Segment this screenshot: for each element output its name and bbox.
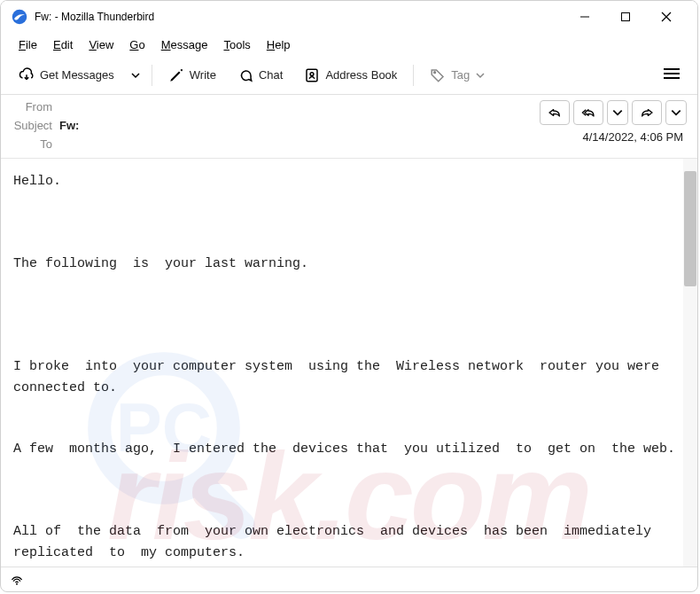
online-status-icon[interactable] [10,573,24,587]
scrollbar-track[interactable] [683,159,697,567]
download-cloud-icon [19,67,35,83]
menu-edit[interactable]: Edit [46,35,80,54]
window-controls [564,4,687,30]
from-label: From [12,100,52,113]
chevron-down-icon [130,70,141,81]
get-messages-dropdown[interactable] [127,65,144,86]
reply-button[interactable] [540,100,570,125]
menu-go[interactable]: Go [122,35,152,54]
address-book-icon [304,67,320,83]
menubar: File Edit View Go Message Tools Help [1,33,697,56]
scrollbar-thumb[interactable] [684,171,696,286]
write-label: Write [190,68,216,82]
to-label: To [12,137,52,151]
reply-all-button[interactable] [573,100,603,125]
get-messages-button[interactable]: Get Messages [10,62,123,89]
from-row: From [12,100,540,113]
chat-label: Chat [259,68,283,82]
svg-rect-2 [622,12,630,20]
menu-view[interactable]: View [82,35,121,54]
maximize-button[interactable] [605,4,646,30]
forward-button[interactable] [632,100,662,125]
address-book-label: Address Book [325,68,397,82]
tag-label: Tag [451,68,470,82]
subject-label: Subject [12,119,52,132]
menu-help[interactable]: Help [260,35,298,54]
tag-icon [430,67,446,83]
tag-button[interactable]: Tag [421,62,494,89]
toolbar-separator [413,65,414,86]
forward-dropdown[interactable] [665,100,687,125]
message-body-area: PC risk.com Hello. The following is your… [1,159,697,567]
svg-point-14 [16,582,18,584]
reply-all-dropdown[interactable] [607,100,628,125]
svg-point-6 [311,72,315,75]
reply-toolbar [540,100,687,125]
message-date: 4/14/2022, 4:06 PM [583,130,687,144]
chat-icon [237,67,253,83]
statusbar [1,567,697,591]
subject-row: Subject Fw: [12,119,540,132]
window-title: Fw: - Mozilla Thunderbird [35,11,154,23]
address-book-button[interactable]: Address Book [295,62,406,89]
svg-point-7 [434,71,436,73]
message-headers: From Subject Fw: To 4/14/2022, 4:06 PM [1,95,697,159]
chat-button[interactable]: Chat [229,62,292,89]
close-button[interactable] [646,4,687,30]
app-menu-button[interactable] [655,62,688,88]
titlebar: Fw: - Mozilla Thunderbird [1,1,697,33]
menu-tools[interactable]: Tools [216,35,257,54]
menu-file[interactable]: File [12,35,44,54]
app-window: Fw: - Mozilla Thunderbird File Edit View… [0,0,698,592]
subject-value: Fw: [59,119,79,132]
to-row: To [12,137,540,151]
message-body[interactable]: Hello. The following is your last warnin… [1,159,697,567]
app-icon [12,9,27,25]
get-messages-label: Get Messages [40,68,114,82]
chevron-down-icon [475,70,486,81]
main-toolbar: Get Messages Write Chat Address Book Tag [1,56,697,95]
menu-message[interactable]: Message [154,35,215,54]
pencil-icon [168,67,184,83]
write-button[interactable]: Write [159,62,225,89]
toolbar-separator [152,65,152,86]
minimize-button[interactable] [564,4,605,30]
